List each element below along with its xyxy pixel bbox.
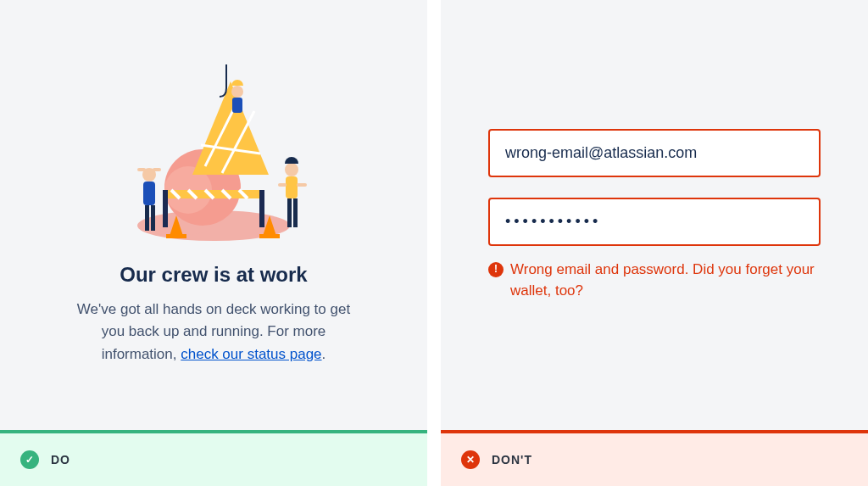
svg-rect-15	[259, 190, 264, 227]
password-field[interactable]: •••••••••••	[488, 198, 821, 246]
dont-card-body: wrong-email@atlassian.com ••••••••••• ! …	[441, 0, 868, 430]
svg-rect-17	[166, 234, 186, 238]
svg-rect-34	[297, 183, 307, 187]
dont-label: DON'T	[492, 453, 532, 466]
do-card-body: Our crew is at work We've got all hands …	[0, 0, 427, 430]
svg-rect-21	[143, 182, 155, 205]
email-field[interactable]: wrong-email@atlassian.com	[488, 129, 821, 177]
error-message-text: Wrong email and password. Did you forget…	[510, 260, 821, 301]
svg-rect-24	[137, 168, 146, 171]
svg-rect-30	[286, 176, 298, 198]
svg-rect-31	[287, 198, 292, 227]
error-message-row: ! Wrong email and password. Did you forg…	[488, 260, 821, 301]
login-form: wrong-email@atlassian.com ••••••••••• ! …	[488, 129, 821, 301]
do-label: DO	[51, 453, 70, 466]
status-page-link[interactable]: check our status page	[181, 346, 321, 362]
status-body-suffix: .	[322, 346, 326, 362]
do-footer: ✓ DO	[0, 430, 427, 486]
error-icon: !	[488, 262, 504, 277]
svg-rect-25	[153, 168, 161, 171]
svg-point-27	[231, 86, 243, 98]
check-circle-icon: ✓	[20, 450, 39, 469]
svg-rect-32	[293, 198, 298, 227]
do-example-card: Our crew is at work We've got all hands …	[0, 0, 427, 486]
crew-illustration	[103, 64, 324, 251]
status-heading: Our crew is at work	[120, 263, 307, 287]
password-masked: •••••••••••	[505, 213, 601, 230]
svg-point-29	[285, 163, 298, 176]
svg-rect-33	[278, 183, 287, 187]
email-value: wrong-email@atlassian.com	[505, 144, 697, 161]
svg-rect-14	[163, 190, 168, 227]
svg-rect-22	[145, 205, 149, 231]
dont-footer: ✕ DON'T	[441, 430, 868, 486]
svg-rect-23	[151, 205, 155, 231]
cross-circle-icon: ✕	[461, 450, 480, 469]
svg-marker-4	[192, 81, 269, 175]
dont-example-card: wrong-email@atlassian.com ••••••••••• ! …	[441, 0, 868, 486]
status-body-text: We've got all hands on deck working to g…	[70, 299, 358, 366]
svg-rect-19	[259, 234, 280, 238]
svg-rect-28	[232, 98, 242, 113]
